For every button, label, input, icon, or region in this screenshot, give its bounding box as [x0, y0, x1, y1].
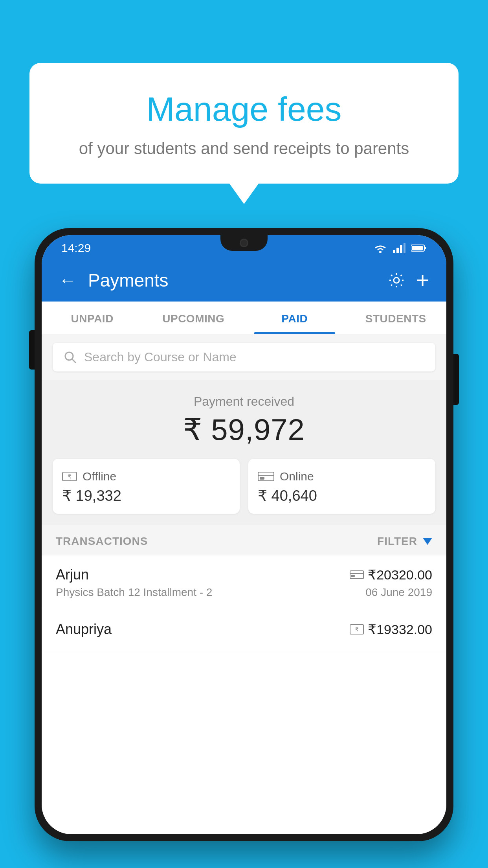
transaction-name: Arjun	[56, 566, 89, 583]
transaction-row-top-2: Anupriya ₹ ₹19332.00	[56, 621, 432, 638]
phone-screen: 14:29	[42, 235, 446, 834]
transaction-amount-2: ₹ ₹19332.00	[350, 622, 432, 637]
svg-text:₹: ₹	[355, 626, 359, 633]
filter-text: FILTER	[377, 535, 417, 548]
online-amount: ₹ 40,640	[258, 487, 426, 504]
search-container: Search by Course or Name	[42, 334, 446, 380]
online-payment-card: Online ₹ 40,640	[248, 459, 435, 514]
transactions-list: Arjun ₹20320.00 Physics Batch	[42, 555, 446, 834]
offline-payment-card: ₹ Offline ₹ 19,332	[53, 459, 240, 514]
payment-summary: Payment received ₹ 59,972	[42, 380, 446, 459]
payment-total-amount: ₹ 59,972	[42, 412, 446, 447]
search-box[interactable]: Search by Course or Name	[53, 343, 435, 371]
transaction-date: 06 June 2019	[365, 586, 432, 599]
search-placeholder: Search by Course or Name	[84, 350, 237, 364]
svg-rect-18	[351, 575, 354, 577]
arjun-amount: ₹20320.00	[368, 567, 432, 583]
back-button[interactable]: ←	[59, 270, 76, 290]
tab-unpaid[interactable]: UNPAID	[42, 302, 143, 334]
offline-label: Offline	[83, 470, 116, 483]
transaction-row-bottom: Physics Batch 12 Installment - 2 06 June…	[56, 586, 432, 599]
filter-button[interactable]: FILTER	[377, 535, 432, 548]
hero-subtitle: of your students and send receipts to pa…	[53, 137, 435, 160]
svg-text:₹: ₹	[68, 473, 72, 480]
plus-button[interactable]: +	[416, 267, 429, 293]
transactions-header: TRANSACTIONS FILTER	[42, 525, 446, 555]
svg-rect-6	[425, 247, 426, 249]
transaction-row-top: Arjun ₹20320.00	[56, 566, 432, 583]
app-bar: ← Payments +	[42, 259, 446, 302]
filter-icon	[423, 538, 432, 545]
svg-line-10	[72, 359, 76, 363]
payment-received-label: Payment received	[42, 394, 446, 409]
payment-type-icon	[350, 570, 364, 579]
transaction-course: Physics Batch 12 Installment - 2	[56, 586, 212, 599]
svg-rect-7	[412, 246, 423, 250]
camera	[240, 239, 248, 247]
anupriya-amount: ₹19332.00	[368, 622, 432, 637]
signal-icon	[393, 243, 405, 253]
transactions-label: TRANSACTIONS	[56, 535, 148, 548]
online-card-header: Online	[258, 470, 426, 483]
online-label: Online	[280, 470, 314, 483]
online-icon	[258, 471, 274, 482]
app-bar-icons: +	[388, 267, 429, 293]
battery-icon	[411, 244, 427, 252]
svg-point-8	[394, 278, 399, 283]
hero-title: Manage fees	[53, 90, 435, 128]
transaction-amount: ₹20320.00	[350, 567, 432, 583]
offline-amount: ₹ 19,332	[62, 487, 230, 504]
payment-type-icon-2: ₹	[350, 624, 364, 635]
table-row[interactable]: Anupriya ₹ ₹19332.00	[42, 610, 446, 652]
offline-card-header: ₹ Offline	[62, 470, 230, 483]
hero-card: Manage fees of your students and send re…	[29, 63, 459, 184]
status-time: 14:29	[61, 241, 91, 255]
tab-upcoming[interactable]: UPCOMING	[143, 302, 244, 334]
svg-rect-2	[396, 248, 399, 253]
svg-rect-15	[260, 477, 264, 479]
phone-wrapper: 14:29	[35, 228, 453, 868]
phone-outer: 14:29	[35, 228, 453, 841]
tab-paid[interactable]: PAID	[244, 302, 345, 334]
gear-icon[interactable]	[388, 272, 405, 289]
wifi-icon	[373, 243, 387, 253]
tabs-bar: UNPAID UPCOMING PAID STUDENTS	[42, 302, 446, 334]
svg-point-0	[379, 251, 382, 253]
svg-rect-4	[404, 243, 405, 253]
phone-notch	[220, 235, 268, 251]
status-icons	[373, 243, 427, 253]
transaction-name-2: Anupriya	[56, 621, 112, 638]
svg-rect-3	[400, 245, 402, 253]
offline-icon: ₹	[62, 471, 77, 482]
svg-rect-1	[393, 250, 395, 253]
app-bar-title: Payments	[88, 270, 376, 291]
search-icon	[64, 351, 77, 364]
table-row[interactable]: Arjun ₹20320.00 Physics Batch	[42, 555, 446, 610]
payment-cards: ₹ Offline ₹ 19,332 O	[42, 459, 446, 525]
tab-students[interactable]: STUDENTS	[345, 302, 447, 334]
